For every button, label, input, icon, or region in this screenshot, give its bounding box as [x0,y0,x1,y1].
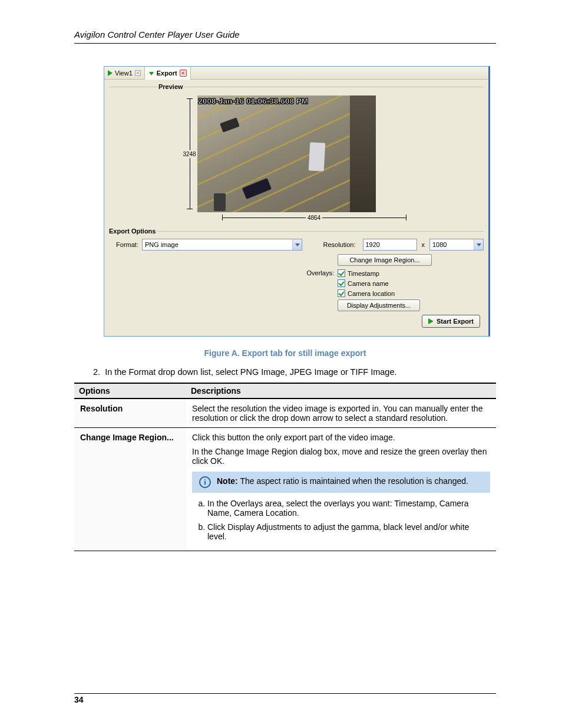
horizontal-dimension: 4864 [222,215,406,220]
export-window: View1 × Export × Preview 3248 [104,66,490,337]
col-options: Options [74,383,186,398]
figure-caption: Figure A. Export tab for still image exp… [74,348,496,358]
display-adjustments-button[interactable]: Display Adjustments... [338,299,420,311]
opt-desc: Select the resolution the video image is… [186,398,496,428]
format-dropdown[interactable]: PNG image [142,239,302,251]
tab-view1[interactable]: View1 × [104,67,145,80]
tab-export[interactable]: Export × [145,67,191,80]
resolution-separator: x [422,241,425,248]
arrow-right-icon [428,318,434,324]
note-text: The aspect ratio is maintained when the … [240,476,468,486]
format-value: PNG image [145,241,178,248]
overlay-label: Timestamp [348,270,379,277]
list-item: Click Display Adjustments to adjust the … [207,522,490,541]
timestamp-overlay: 2008-Jan-16 01:06:38.608 PM [199,97,309,106]
overlay-camera-location-row: Camera location [338,289,420,297]
play-icon [108,70,113,76]
overlays-label: Overlays: [109,269,338,311]
resolution-height-dropdown[interactable]: 1080 [429,239,484,251]
overlay-label: Camera name [348,280,389,287]
document-page: Avigilon Control Center Player User Guid… [0,0,562,581]
options-table: Options Descriptions Resolution Select t… [74,383,496,551]
tab-label: View1 [115,70,133,77]
table-row: Resolution Select the resolution the vid… [74,398,496,428]
vertical-dimension: 3248 [187,98,193,209]
export-options: Format: PNG image Resolution: 1920 x 108… [104,232,488,336]
opt-name: Resolution [74,398,186,428]
download-icon [148,70,154,76]
close-icon[interactable]: × [180,70,187,77]
res-width-value: 1920 [366,241,380,248]
table-header-row: Options Descriptions [74,383,496,398]
dimension-value: 4864 [306,215,322,221]
table-row: Change Image Region... Click this button… [74,428,496,551]
format-label: Format: [109,241,142,248]
chevron-down-icon[interactable] [292,239,302,250]
resolution-width-input[interactable]: 1920 [363,239,417,251]
desc-intro: Click this button the only export part o… [192,433,490,442]
change-image-region-button[interactable]: Change Image Region... [338,254,432,266]
chevron-down-icon[interactable] [474,239,483,250]
close-icon[interactable]: × [135,70,141,76]
preview-image[interactable]: 2008-Jan-16 01:06:38.608 PM [197,95,376,212]
tab-strip: View1 × Export × [104,67,488,80]
instruction-text: 2. In the Format drop down list, select … [93,367,496,377]
dimension-value: 3248 [181,150,197,158]
tab-label: Export [157,70,177,77]
resolution-label: Resolution: [323,241,359,248]
overlay-timestamp-checkbox[interactable] [338,269,345,277]
overlay-timestamp-row: Timestamp [338,269,420,277]
start-export-label: Start Export [437,318,474,325]
preview-label: Preview [157,83,184,90]
desc-dialog: In the Change Image Region dialog box, m… [192,447,490,466]
export-options-label: Export Options [108,228,157,235]
overlay-camera-location-checkbox[interactable] [338,289,345,297]
list-item: In the Overlays area, select the overlay… [207,499,490,518]
info-icon: i [199,476,211,488]
res-height-value: 1080 [432,241,447,248]
overlay-camera-name-checkbox[interactable] [338,279,345,287]
page-header: Avigilon Control Center Player User Guid… [74,29,496,44]
note-box: i Note: The aspect ratio is maintained w… [192,472,490,493]
start-export-button[interactable]: Start Export [422,315,480,328]
col-descriptions: Descriptions [186,383,496,398]
opt-desc: Click this button the only export part o… [186,428,496,551]
step-list: In the Overlays area, select the overlay… [197,499,490,541]
overlay-label: Camera location [348,290,395,297]
overlay-camera-name-row: Camera name [338,279,420,287]
preview-area: 3248 2008-Jan-16 01:06:38.608 PM [110,87,482,220]
opt-name: Change Image Region... [74,428,186,551]
note-label: Note: [217,476,238,486]
page-number: 34 [74,693,496,704]
